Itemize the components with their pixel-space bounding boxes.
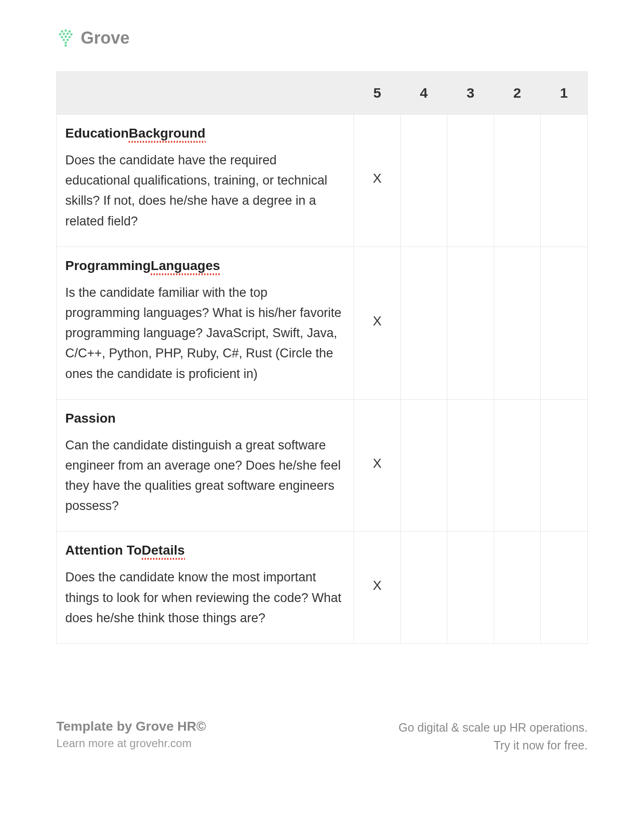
footer-sub: Learn more at grovehr.com xyxy=(56,737,206,750)
svg-point-0 xyxy=(61,31,63,33)
svg-point-2 xyxy=(69,31,71,33)
criteria-title: Programming Languages xyxy=(65,258,220,273)
title-word: Background xyxy=(129,126,205,141)
title-word: Attention To xyxy=(65,543,142,558)
table-row: Programming LanguagesIs the candidate fa… xyxy=(57,247,587,399)
footer-right: Go digital & scale up HR operations. Try… xyxy=(399,719,588,754)
table-header-row: 5 4 3 2 1 xyxy=(57,72,587,115)
criteria-cell: Education BackgroundDoes the candidate h… xyxy=(57,115,354,247)
rating-cell-1[interactable] xyxy=(541,532,587,643)
criteria-description: Is the candidate familiar with the top p… xyxy=(65,283,344,384)
criteria-title: Education Background xyxy=(65,126,206,141)
svg-point-8 xyxy=(65,36,67,38)
rating-cell-1[interactable] xyxy=(541,115,587,247)
svg-point-6 xyxy=(70,33,73,36)
table-row: Attention To DetailsDoes the candidate k… xyxy=(57,532,587,643)
header-rating-5: 5 xyxy=(354,72,400,115)
header-rating-1: 1 xyxy=(541,72,587,115)
title-word: Languages xyxy=(151,258,220,273)
rating-cell-2[interactable] xyxy=(494,399,540,532)
logo-container: Grove xyxy=(56,28,588,48)
title-word: Passion xyxy=(65,411,115,426)
rating-cell-4[interactable] xyxy=(400,532,447,643)
evaluation-table: 5 4 3 2 1 Education BackgroundDoes the c… xyxy=(57,72,587,643)
svg-point-13 xyxy=(65,45,67,47)
header-rating-3: 3 xyxy=(447,72,494,115)
footer-right-line1: Go digital & scale up HR operations. xyxy=(399,719,588,737)
rating-cell-2[interactable] xyxy=(494,115,540,247)
svg-point-9 xyxy=(69,36,71,39)
criteria-title: Attention To Details xyxy=(65,543,185,558)
table-row: PassionCan the candidate distinguish a g… xyxy=(57,399,587,532)
criteria-description: Does the candidate have the required edu… xyxy=(65,150,344,232)
svg-point-5 xyxy=(67,33,69,35)
svg-point-1 xyxy=(65,30,67,32)
header-rating-2: 2 xyxy=(494,72,540,115)
criteria-title: Passion xyxy=(65,411,115,426)
rating-cell-4[interactable] xyxy=(400,247,447,399)
rating-cell-2[interactable] xyxy=(494,247,540,399)
title-word: Details xyxy=(142,543,185,558)
rating-cell-2[interactable] xyxy=(494,532,540,643)
svg-point-4 xyxy=(63,33,65,35)
table-row: Education BackgroundDoes the candidate h… xyxy=(57,115,587,247)
grove-logo-icon xyxy=(56,29,75,47)
criteria-cell: Programming LanguagesIs the candidate fa… xyxy=(57,247,354,399)
rating-cell-4[interactable] xyxy=(400,115,447,247)
rating-cell-1[interactable] xyxy=(541,247,587,399)
title-word: Programming xyxy=(65,258,151,273)
footer: Template by Grove HR© Learn more at grov… xyxy=(56,719,588,754)
rating-cell-1[interactable] xyxy=(541,399,587,532)
svg-point-12 xyxy=(65,42,67,44)
rating-cell-3[interactable] xyxy=(447,115,494,247)
rating-cell-4[interactable] xyxy=(400,399,447,532)
rating-cell-5[interactable]: X xyxy=(354,115,400,247)
svg-point-3 xyxy=(59,33,61,36)
svg-point-7 xyxy=(61,36,63,39)
title-word: Education xyxy=(65,126,129,141)
svg-point-11 xyxy=(67,39,69,41)
rating-cell-3[interactable] xyxy=(447,247,494,399)
header-rating-4: 4 xyxy=(400,72,447,115)
criteria-description: Does the candidate know the most importa… xyxy=(65,567,344,628)
evaluation-table-container: 5 4 3 2 1 Education BackgroundDoes the c… xyxy=(56,71,588,644)
rating-cell-5[interactable]: X xyxy=(354,532,400,643)
criteria-cell: PassionCan the candidate distinguish a g… xyxy=(57,399,354,532)
rating-cell-3[interactable] xyxy=(447,532,494,643)
criteria-cell: Attention To DetailsDoes the candidate k… xyxy=(57,532,354,643)
footer-title: Template by Grove HR© xyxy=(56,719,206,734)
header-criteria xyxy=(57,72,354,115)
svg-point-10 xyxy=(63,39,65,41)
rating-cell-3[interactable] xyxy=(447,399,494,532)
footer-right-line2: Try it now for free. xyxy=(399,737,588,755)
criteria-description: Can the candidate distinguish a great so… xyxy=(65,435,344,517)
logo-text: Grove xyxy=(81,28,130,48)
footer-left: Template by Grove HR© Learn more at grov… xyxy=(56,719,206,750)
rating-cell-5[interactable]: X xyxy=(354,247,400,399)
rating-cell-5[interactable]: X xyxy=(354,399,400,532)
